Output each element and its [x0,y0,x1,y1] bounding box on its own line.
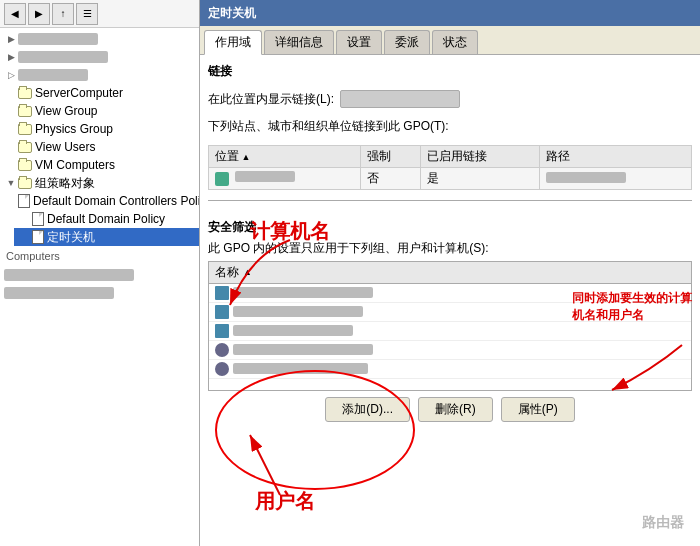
tree-item-bottom2[interactable] [0,284,199,302]
sidebar: ◀ ▶ ↑ ☰ ▶ ▶ ▷ ServerComputer [0,0,200,546]
doc-icon-dc [18,194,30,208]
list-item-label-2 [233,306,363,317]
sidebar-label-view-group: View Group [35,104,97,118]
sidebar-item-dc-policy[interactable]: Default Domain Controllers Policy [14,192,199,210]
tree-label-blurred-1 [18,33,98,45]
sidebar-label-view-users: View Users [35,140,95,154]
list-item-1[interactable] [209,284,691,303]
computer-icon-2 [215,305,229,319]
panel-content: 链接 在此位置内显示链接(L): 下列站点、城市和组织单位链接到此 GPO(T)… [200,55,700,546]
table-row[interactable]: 否 是 [209,168,692,190]
list-item-label-5 [233,363,368,374]
tree-label-blurred-2 [18,51,108,63]
sidebar-toolbar: ◀ ▶ ↑ ☰ [0,0,199,28]
tree-item-bottom1[interactable] [0,266,199,284]
sites-label: 下列站点、城市和组织单位链接到此 GPO(T): [208,118,692,135]
doc-icon-timer [32,230,44,244]
computer-icon-3 [215,324,229,338]
sidebar-label-physics-group: Physics Group [35,122,113,136]
main-container: ◀ ▶ ↑ ☰ ▶ ▶ ▷ ServerComputer [0,0,700,546]
col-enforced: 强制 [361,146,421,168]
folder-icon-view-users [18,142,32,153]
button-row: 添加(D)... 删除(R) 属性(P) [208,397,692,422]
list-item-label-4 [233,344,373,355]
folder-icon-gpo [18,178,32,189]
toolbar-btn-2[interactable]: ▶ [28,3,50,25]
sidebar-label-timer: 定时关机 [47,229,95,246]
sidebar-item-physics-group[interactable]: Physics Group [0,120,199,138]
toolbar-btn-view[interactable]: ☰ [76,3,98,25]
folder-icon-server [18,88,32,99]
properties-button[interactable]: 属性(P) [501,397,575,422]
folder-icon-view-group [18,106,32,117]
security-section-title: 安全筛选 [208,219,692,236]
col-enabled: 已启用链接 [421,146,540,168]
list-item-3[interactable] [209,322,691,341]
cell-path [540,168,692,190]
remove-button[interactable]: 删除(R) [418,397,493,422]
tab-bar: 作用域 详细信息 设置 委派 状态 [200,26,700,55]
security-desc: 此 GPO 内的设置只应用于下列组、用户和计算机(S): [208,240,692,257]
tab-delegate[interactable]: 委派 [384,30,430,54]
link-display-row: 在此位置内显示链接(L): [208,90,692,108]
sidebar-item-vm-computers[interactable]: VM Computers [0,156,199,174]
right-panel: 定时关机 作用域 详细信息 设置 委派 状态 链接 在此位置内显示链接(L): … [200,0,700,546]
section-divider [208,200,692,201]
security-list-col-name: 名称 [215,264,239,281]
doc-icon-domain [32,212,44,226]
list-item-4[interactable] [209,341,691,360]
sidebar-label-server-computer: ServerComputer [35,86,123,100]
sidebar-label-vm-computers: VM Computers [35,158,115,172]
list-item-label-3 [233,325,353,336]
expand-icon-gpo: ▼ [4,178,18,188]
sidebar-label-dc-policy: Default Domain Controllers Policy [33,194,199,208]
tree-item-top2[interactable]: ▶ [0,48,199,66]
add-button[interactable]: 添加(D)... [325,397,410,422]
link-display-value [340,90,460,108]
list-item-label-1 [233,287,373,298]
sidebar-label-gpo: 组策略对象 [35,175,95,192]
tab-settings[interactable]: 设置 [336,30,382,54]
sidebar-item-view-users[interactable]: View Users [0,138,199,156]
expand-icon-1: ▶ [4,34,18,44]
sidebar-item-server-computer[interactable]: ServerComputer [0,84,199,102]
sidebar-item-gpo-folder[interactable]: ▼ 组策略对象 [0,174,199,192]
window-title-bar: 定时关机 [200,0,700,26]
computers-label: Computers [0,246,199,266]
toolbar-btn-1[interactable]: ◀ [4,3,26,25]
tree-item-top1[interactable]: ▶ [0,30,199,48]
sidebar-item-domain-policy[interactable]: Default Domain Policy [14,210,199,228]
sidebar-item-timer[interactable]: 定时关机 [14,228,199,246]
expand-icon-2: ▶ [4,52,18,62]
user-icon-2 [215,362,229,376]
tab-details[interactable]: 详细信息 [264,30,334,54]
list-item-2[interactable] [209,303,691,322]
tree-label-blurred-3 [18,69,88,81]
folder-icon-physics [18,124,32,135]
col-path: 路径 [540,146,692,168]
links-section-title: 链接 [208,63,692,80]
cell-location-value [235,171,295,182]
sort-arrow-icon: ▲ [243,267,252,277]
cell-enforced: 否 [361,168,421,190]
cell-path-value [546,172,626,183]
tab-status[interactable]: 状态 [432,30,478,54]
list-item-5[interactable] [209,360,691,379]
tree-item-top3[interactable]: ▷ [0,66,199,84]
user-icon-1 [215,343,229,357]
tab-scope[interactable]: 作用域 [204,30,262,55]
expand-icon-3: ▷ [4,70,18,80]
tree-label-bottom2 [4,287,114,299]
cell-location [209,168,361,190]
row-folder-icon [215,172,229,186]
computer-icon-1 [215,286,229,300]
sidebar-item-view-group[interactable]: View Group [0,102,199,120]
sidebar-tree: ▶ ▶ ▷ ServerComputer View Group [0,28,199,546]
links-table: 位置 强制 已启用链接 路径 否 是 [208,145,692,190]
toolbar-btn-up[interactable]: ↑ [52,3,74,25]
window-title: 定时关机 [208,5,256,22]
security-section: 安全筛选 此 GPO 内的设置只应用于下列组、用户和计算机(S): 名称 ▲ [208,219,692,422]
col-location: 位置 [209,146,361,168]
security-list[interactable]: 名称 ▲ [208,261,692,391]
sidebar-label-domain-policy: Default Domain Policy [47,212,165,226]
